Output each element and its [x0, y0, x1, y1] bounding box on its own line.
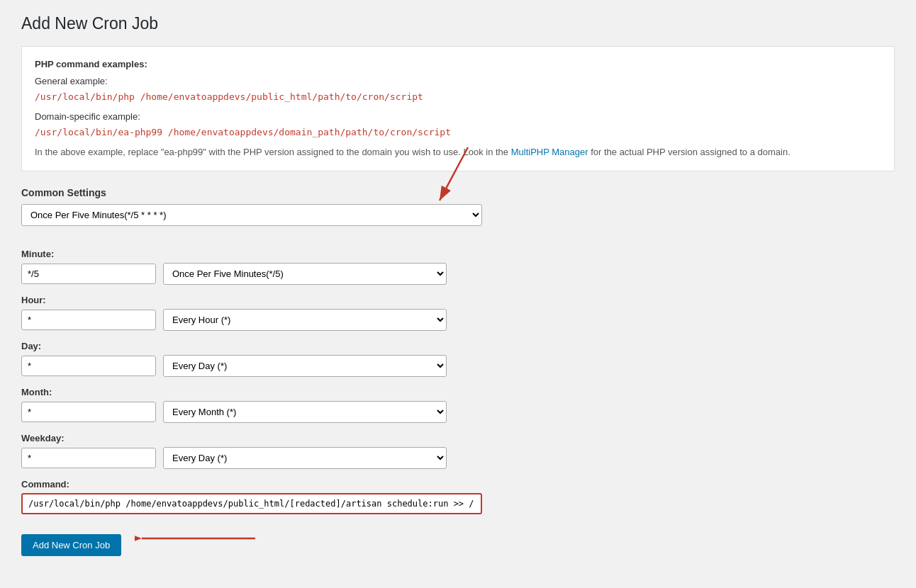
- month-group: Month: Every Month (*) Custom: [21, 387, 895, 423]
- weekday-input[interactable]: [21, 448, 156, 468]
- common-settings-group: Common Settings Once Per Five Minutes(*/…: [21, 187, 895, 239]
- domain-code: /usr/local/bin/ea-php99 /home/envatoappd…: [35, 125, 881, 140]
- minute-group: Minute: Once Per Five Minutes(*/5) Every…: [21, 249, 895, 285]
- arrow-annotation-2: [135, 528, 262, 549]
- command-input[interactable]: [21, 493, 482, 514]
- weekday-select[interactable]: Every Day (*) Custom: [163, 447, 447, 469]
- general-label: General example:: [35, 74, 881, 89]
- add-cron-job-button[interactable]: Add New Cron Job: [21, 534, 121, 556]
- info-box: PHP command examples: General example: /…: [21, 46, 895, 171]
- general-code: /usr/local/bin/php /home/envatoappdevs/p…: [35, 89, 881, 105]
- weekday-group: Weekday: Every Day (*) Custom: [21, 433, 895, 469]
- month-input[interactable]: [21, 402, 156, 422]
- day-label: Day:: [21, 341, 895, 351]
- day-group: Day: Every Day (*) Custom: [21, 341, 895, 377]
- minute-label: Minute:: [21, 249, 895, 259]
- page-title: Add New Cron Job: [21, 14, 895, 33]
- day-input[interactable]: [21, 356, 156, 376]
- common-settings-select[interactable]: Once Per Five Minutes(*/5 * * * *) Every…: [21, 204, 482, 226]
- hour-select[interactable]: Every Hour (*) Custom: [163, 309, 447, 331]
- command-label: Command:: [21, 479, 895, 490]
- hour-input[interactable]: [21, 310, 156, 330]
- info-text-post: for the actual PHP version assigned to a…: [588, 147, 791, 157]
- php-examples-label: PHP command examples:: [35, 57, 881, 72]
- hour-group: Hour: Every Hour (*) Custom: [21, 295, 895, 331]
- common-settings-label: Common Settings: [21, 187, 895, 198]
- month-select[interactable]: Every Month (*) Custom: [163, 401, 447, 423]
- minute-select[interactable]: Once Per Five Minutes(*/5) Every Minute …: [163, 263, 447, 285]
- day-select[interactable]: Every Day (*) Custom: [163, 355, 447, 377]
- minute-input[interactable]: [21, 264, 156, 284]
- weekday-label: Weekday:: [21, 433, 895, 443]
- info-text-pre: In the above example, replace "ea-php99"…: [35, 147, 511, 157]
- domain-label: Domain-specific example:: [35, 109, 881, 125]
- command-group: Command:: [21, 479, 895, 514]
- multiphp-manager-link[interactable]: MultiPHP Manager: [511, 147, 588, 157]
- info-text: In the above example, replace "ea-php99"…: [35, 145, 881, 160]
- month-label: Month:: [21, 387, 895, 397]
- hour-label: Hour:: [21, 295, 895, 305]
